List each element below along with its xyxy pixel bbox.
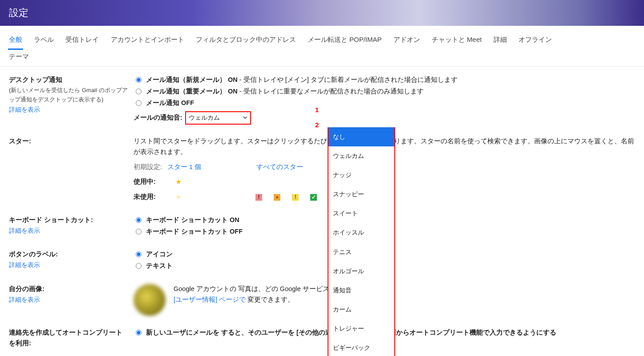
option-notify-important[interactable]: メール通知（重要メール） ON - 受信トレイに重要なメールが配信された場合のみ… (134, 86, 635, 97)
dropdown-item-welcome[interactable]: ウェルカム (328, 146, 394, 166)
chevron-down-icon (243, 114, 247, 122)
preset-all-stars[interactable]: すべてのスター (256, 163, 303, 170)
section-desktop-notifications: デスクトップ通知 (新しいメールを受信したら Gmail のポップアップ通知をデ… (9, 75, 635, 125)
sound-select[interactable]: ウェルカム (185, 111, 251, 125)
star-yellow-icon[interactable]: ★ (175, 176, 182, 188)
learn-more-link[interactable]: 詳細を表示 (9, 296, 40, 303)
tab-advanced[interactable]: 詳細 (493, 31, 508, 49)
dropdown-item-sweet[interactable]: スイート (328, 204, 394, 223)
picture-text-2b: 変更できます。 (247, 296, 294, 303)
option-label-part1: 新しいユーザにメールを (146, 329, 219, 336)
star-yellow-outline-icon[interactable]: ★ (175, 191, 182, 203)
red-bang-icon[interactable]: ! (255, 194, 262, 201)
section-stars: スター: リスト間でスターをドラッグします。スターはクリックするたびに下記の順で… (9, 136, 635, 203)
stars-default-label: 初期設定: (134, 163, 162, 170)
tab-themes[interactable]: テーマ (8, 50, 30, 66)
option-label: キーボード ショートカット OFF (146, 228, 243, 235)
option-label: メール通知（新規メール） ON (146, 76, 238, 83)
dropdown-item-snappy[interactable]: スナッピー (328, 185, 394, 204)
dropdown-item-piggyback[interactable]: ピギーバック (328, 338, 394, 356)
section-title: キーボード ショートカット: (9, 215, 128, 226)
learn-more-link[interactable]: 詳細を表示 (9, 227, 40, 234)
tab-accounts[interactable]: アカウントとインポート (110, 31, 185, 49)
sound-label: メールの通知音: (134, 114, 182, 121)
section-shortcuts: キーボード ショートカット: 詳細を表示 キーボード ショートカット ON キー… (9, 215, 635, 238)
section-title: 連絡先を作成してオートコンプリートを利用: (9, 329, 122, 347)
tab-chat[interactable]: チャットと Meet (431, 31, 483, 49)
yellow-bang-icon[interactable]: ! (292, 194, 299, 201)
dropdown-item-none[interactable]: なし (328, 127, 394, 146)
section-title: スター: (9, 138, 31, 145)
option-label: アイコン (146, 251, 173, 258)
option-label: メール通知 OFF (146, 99, 194, 106)
annotation-2: 2 (315, 120, 319, 131)
option-notify-new[interactable]: メール通知（新規メール） ON - 受信トレイや [メイン] タブに新着メールが… (134, 75, 635, 85)
preset-one-star[interactable]: スター 1 個 (167, 163, 201, 170)
dropdown-item-calm[interactable]: カーム (328, 300, 394, 319)
dropdown-item-nudge[interactable]: ナッジ (328, 166, 394, 185)
green-check-icon[interactable]: ✓ (310, 194, 317, 201)
section-my-picture: 自分の画像: 詳細を表示 Google アカウントの 写真は、どの Google… (9, 284, 635, 316)
option-label: キーボード ショートカット ON (146, 216, 239, 223)
stars-inuse-label: 使用中: (134, 177, 174, 187)
dropdown-item-tennis[interactable]: テニス (328, 243, 394, 262)
section-title: デスクトップ通知 (9, 75, 128, 85)
section-title: 自分の画像: (9, 284, 128, 295)
page-title: 設定 (9, 7, 28, 18)
option-desc: - 受信トレイに重要なメールが配信された場合のみ通知します (238, 88, 424, 95)
avatar[interactable] (134, 284, 166, 316)
tab-inbox[interactable]: 受信トレイ (65, 31, 100, 49)
tab-forwarding[interactable]: メール転送と POP/IMAP (307, 31, 383, 49)
option-label: メール通知（重要メール） ON (146, 88, 238, 95)
tab-general[interactable]: 全般 (8, 31, 23, 50)
about-me-link[interactable]: [ユーザー情報] ページで (174, 296, 246, 303)
learn-more-link[interactable]: 詳細を表示 (9, 261, 40, 268)
settings-tabs: 全般 ラベル 受信トレイ アカウントとインポート フィルタとブロック中のアドレス… (0, 26, 644, 67)
section-button-labels: ボタンのラベル: 詳細を表示 アイコン テキスト (9, 249, 635, 272)
option-notify-off[interactable]: メール通知 OFF (134, 98, 635, 109)
option-desc: - 受信トレイや [メイン] タブに新着メールが配信された場合に通知します (238, 76, 458, 83)
tab-labels[interactable]: ラベル (33, 31, 55, 49)
tab-addons[interactable]: アドオン (393, 31, 421, 49)
stars-notused-label: 未使用: (134, 192, 174, 202)
dropdown-item-whistle[interactable]: ホイッスル (328, 223, 394, 242)
dropdown-item-chime[interactable]: 通知音 (328, 281, 394, 300)
section-title: ボタンのラベル: (9, 249, 128, 260)
learn-more-link[interactable]: 詳細を表示 (9, 106, 40, 113)
dropdown-item-treasure[interactable]: トレジャー (328, 319, 394, 338)
tab-offline[interactable]: オフライン (518, 31, 553, 49)
section-autocomplete: 連絡先を作成してオートコンプリートを利用: 新しいユーザにメールを すると、その… (9, 328, 635, 349)
picture-text-1a: Google アカウントの (174, 285, 236, 292)
section-subtitle: (新しいメールを受信したら Gmail のポップアップ通知をデスクトップに表示す… (9, 85, 128, 105)
sound-selected-value: ウェルカム (189, 113, 220, 123)
tab-filters[interactable]: フィルタとブロック中のアドレス (195, 31, 297, 49)
dropdown-item-musicbox[interactable]: オルゴール (328, 262, 394, 281)
orange-arrows-icon[interactable]: » (274, 194, 280, 201)
option-label: テキスト (146, 262, 173, 269)
sound-dropdown[interactable]: なし ウェルカム ナッジ スナッピー スイート ホイッスル テニス オルゴール … (328, 127, 395, 356)
